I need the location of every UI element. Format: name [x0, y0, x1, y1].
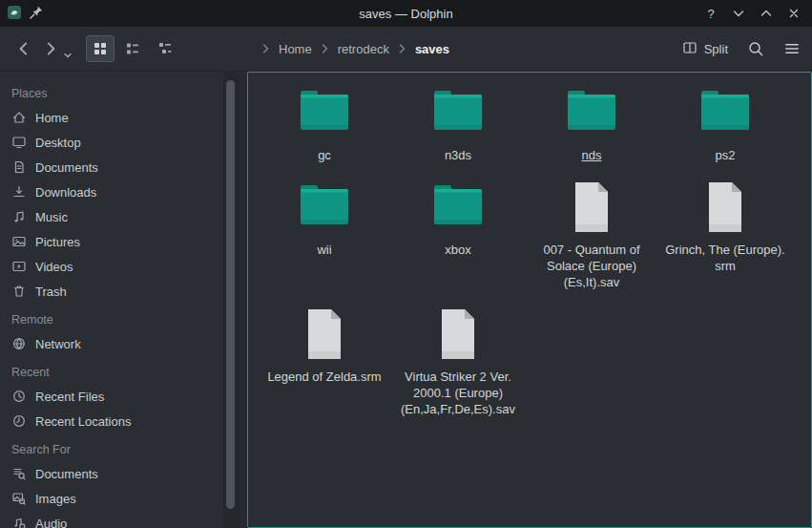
split-icon	[682, 40, 697, 58]
breadcrumb-item-saves[interactable]: saves	[415, 42, 449, 56]
file-icon	[561, 177, 622, 238]
sidebar-item-desktop[interactable]: Desktop	[0, 130, 223, 155]
sidebar-item-documents[interactable]: Documents	[0, 461, 223, 486]
sidebar-item-recent-locations[interactable]: Recent Locations	[0, 409, 223, 433]
sidebar-item-network[interactable]: Network	[0, 331, 223, 356]
maximize-button[interactable]	[758, 5, 775, 22]
sidebar-section-places: Places	[0, 77, 223, 105]
history-dropdown-chevron-icon[interactable]	[63, 37, 73, 60]
breadcrumb-item-home[interactable]: Home	[279, 42, 312, 56]
sidebar-item-videos[interactable]: Videos	[0, 254, 223, 279]
split-label: Split	[704, 42, 728, 56]
dolphin-window: saves — Dolphin ? Homeretrodecksaves Spl…	[0, 0, 812, 528]
sidebar-item-audio[interactable]: Audio	[0, 511, 223, 528]
sidebar-item-label: Desktop	[35, 136, 81, 150]
sidebar-item-home[interactable]: Home	[0, 105, 223, 130]
sidebar-item-images[interactable]: Images	[0, 486, 223, 511]
folder-icon	[427, 177, 489, 238]
sidebar-scrollbar-thumb[interactable]	[226, 80, 235, 509]
toolbar-right: Split	[682, 40, 801, 58]
tree-view-button[interactable]	[151, 35, 179, 62]
hamburger-menu-icon[interactable]	[783, 40, 801, 57]
search-audio-icon	[11, 516, 27, 528]
toolbar: Homeretrodecksaves Split	[0, 27, 812, 72]
file-item-virtua-striker-2-ver-2000-1-europe-en-ja-fr-de-es-sav[interactable]: Virtua Striker 2 Ver.​ 2000.​1 (Europe) …	[391, 304, 525, 417]
sidebar-item-music[interactable]: Music	[0, 204, 223, 229]
folder-item-n3ds[interactable]: n3ds	[391, 82, 525, 163]
documents-icon	[11, 159, 27, 175]
item-label: Virtua Striker 2 Ver.​ 2000.​1 (Europe) …	[398, 369, 518, 417]
file-item-grinch-the-europe-srm[interactable]: Grinch, The (Europe).​srm	[658, 177, 792, 274]
search-icon[interactable]	[747, 40, 764, 57]
folder-item-wii[interactable]: wii	[258, 177, 391, 258]
music-icon	[11, 209, 27, 224]
sidebar-item-label: Documents	[35, 467, 98, 481]
item-label: 007 - Quantum of Solace (Europe) (Es,It)…	[531, 242, 652, 290]
folder-icon	[427, 82, 489, 143]
forward-button[interactable]	[38, 34, 63, 63]
videos-icon	[11, 259, 27, 274]
file-icon	[695, 177, 756, 238]
sidebar-section-search-for: Search For	[0, 433, 223, 461]
pictures-icon	[11, 234, 27, 249]
window-controls: ?	[702, 0, 802, 27]
app-icon	[7, 5, 22, 23]
file-item-legend-of-zelda-srm[interactable]: Legend of Zelda.​srm	[258, 304, 391, 385]
file-icon	[294, 304, 355, 365]
titlebar-left-icons	[7, 0, 44, 27]
split-button[interactable]: Split	[682, 40, 728, 58]
window-body: PlacesHomeDesktopDocumentsDownloadsMusic…	[0, 72, 812, 528]
folder-item-xbox[interactable]: xbox	[391, 177, 525, 258]
folder-icon	[695, 82, 756, 143]
details-view-button[interactable]	[118, 35, 147, 62]
sidebar-item-label: Recent Files	[35, 390, 104, 404]
chevron-right-icon	[321, 43, 329, 54]
sidebar-item-pictures[interactable]: Pictures	[0, 229, 223, 254]
titlebar: saves — Dolphin ?	[0, 0, 812, 27]
window-title: saves — Dolphin	[0, 7, 812, 21]
sidebar-item-label: Downloads	[35, 185, 96, 200]
places-panel: PlacesHomeDesktopDocumentsDownloadsMusic…	[0, 72, 223, 528]
pin-icon[interactable]	[29, 5, 44, 23]
network-icon	[11, 336, 27, 351]
folder-item-ps2[interactable]: ps2	[658, 82, 792, 163]
item-label: xbox	[445, 242, 470, 258]
minimize-button[interactable]	[730, 5, 747, 22]
sidebar-item-documents[interactable]: Documents	[0, 155, 223, 180]
close-button[interactable]	[785, 5, 802, 22]
breadcrumb: Homeretrodecksaves	[261, 42, 449, 56]
file-item-007-quantum-of-solace-europe-es-it-sav[interactable]: 007 - Quantum of Solace (Europe) (Es,It)…	[525, 177, 658, 290]
back-button[interactable]	[11, 34, 36, 63]
sidebar-item-trash[interactable]: Trash	[0, 279, 223, 304]
item-label: ps2	[716, 147, 736, 163]
recent-files-icon	[11, 389, 27, 404]
sidebar-item-recent-files[interactable]: Recent Files	[0, 384, 223, 409]
breadcrumb-item-retrodeck[interactable]: retrodeck	[338, 42, 389, 56]
sidebar-item-label: Music	[35, 210, 68, 224]
item-label: Legend of Zelda.​srm	[267, 369, 381, 385]
chevron-right-icon	[398, 43, 406, 54]
folder-view[interactable]: gcn3dsndsps2wiixbox007 - Quantum of Sola…	[247, 72, 812, 528]
sidebar-scrollbar	[223, 72, 239, 528]
item-label: gc	[318, 147, 331, 163]
sidebar-item-label: Documents	[35, 160, 98, 175]
sidebar-section-remote: Remote	[0, 304, 223, 331]
folder-icon	[294, 177, 355, 238]
folder-item-gc[interactable]: gc	[258, 82, 391, 163]
folder-item-nds[interactable]: nds	[525, 82, 658, 163]
item-label: nds	[582, 147, 602, 163]
sidebar-section-recent: Recent	[0, 356, 223, 384]
search-images-icon	[11, 491, 27, 506]
icons-view-button[interactable]	[86, 35, 115, 62]
recent-locations-icon	[11, 413, 27, 429]
sidebar-item-label: Trash	[35, 285, 67, 299]
file-grid: gcn3dsndsps2wiixbox007 - Quantum of Sola…	[248, 73, 811, 417]
navigation-buttons	[11, 34, 73, 63]
sidebar-item-label: Audio	[35, 517, 67, 528]
breadcrumb-root-chevron-icon[interactable]	[261, 43, 270, 54]
sidebar-item-label: Network	[35, 337, 81, 351]
help-button[interactable]: ?	[702, 5, 719, 22]
sidebar-item-downloads[interactable]: Downloads	[0, 180, 223, 204]
home-icon	[11, 110, 27, 125]
sidebar-item-label: Home	[35, 111, 69, 125]
